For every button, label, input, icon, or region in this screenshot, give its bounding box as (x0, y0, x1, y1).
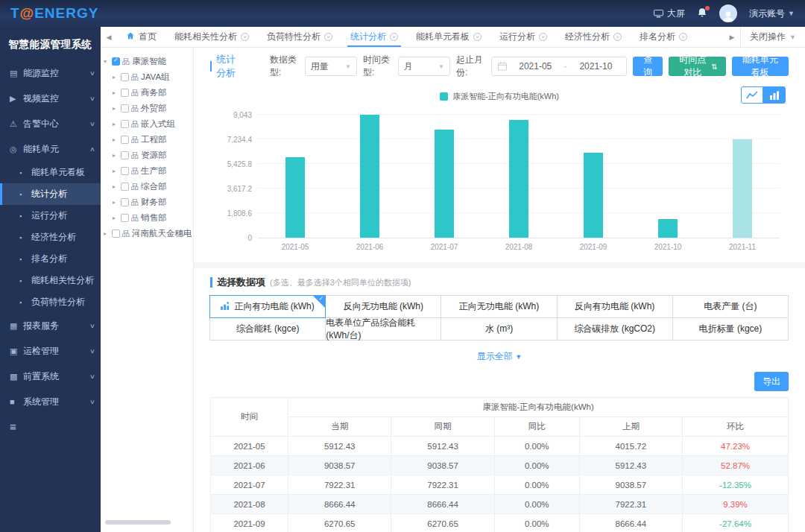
tree-collapse-icon[interactable]: ▸ (113, 136, 120, 143)
sidebar-subitem-经济性分析[interactable]: ▪经济性分析 (0, 227, 101, 248)
data-item-正向无功电能 (kWh)[interactable]: 正向无功电能 (kWh) (441, 295, 557, 318)
tab-排名分析[interactable]: 排名分析× (631, 27, 696, 47)
big-screen-button[interactable]: 大屏 (654, 7, 685, 20)
sidebar-item-告警中心[interactable]: ⚠告警中心∨ (0, 111, 101, 136)
tree-checkbox[interactable] (121, 89, 129, 97)
chart-bar-2021-11[interactable] (733, 139, 752, 238)
tab-负荷特性分析[interactable]: 负荷特性分析× (258, 27, 341, 47)
date-range-input[interactable]: 2021-05 - 2021-10 (491, 57, 627, 76)
tree-node-嵌入式组[interactable]: ▸品嵌入式组 (104, 116, 192, 132)
energy-unit-board-button[interactable]: 能耗单元看板 (732, 57, 789, 76)
tree-node-商务部[interactable]: ▸品商务部 (104, 85, 192, 101)
data-item-水 (m³)[interactable]: 水 (m³) (441, 317, 557, 341)
chart-bar-2021-09[interactable] (584, 153, 603, 238)
tabs-scroll-right-icon[interactable]: ▶ (724, 27, 740, 47)
tab-统计分析[interactable]: 统计分析× (341, 27, 407, 47)
tab-close-icon[interactable]: × (473, 33, 482, 41)
data-item-综合能耗 (kgce)[interactable]: 综合能耗 (kgce) (209, 317, 326, 341)
tree-checkbox[interactable] (121, 183, 129, 191)
sidebar-item-能源监控[interactable]: ▤能源监控∨ (0, 60, 101, 86)
tree-node-工程部[interactable]: ▸品工程部 (104, 132, 192, 148)
tabs-scroll-left-icon[interactable]: ◀ (101, 27, 117, 47)
time-compare-button[interactable]: 时间点对比⇅ (669, 57, 726, 76)
sidebar-subitem-排名分析[interactable]: ▪排名分析 (0, 248, 101, 270)
chart-bar-2021-10[interactable] (658, 219, 678, 238)
tree-node-财务部[interactable]: ▸品财务部 (104, 194, 192, 210)
tree-checkbox[interactable] (121, 73, 129, 81)
tree-collapse-icon[interactable]: ▸ (113, 168, 120, 174)
bar-chart-toggle[interactable] (763, 86, 786, 104)
tab-运行分析[interactable]: 运行分析× (490, 27, 556, 47)
tree-checkbox[interactable] (121, 198, 129, 206)
sidebar-subitem-运行分析[interactable]: ▪运行分析 (0, 205, 101, 227)
time-type-select[interactable]: 月 ▼ (398, 57, 450, 76)
tree-checkbox[interactable] (112, 57, 120, 66)
chart-legend[interactable]: 康派智能-正向有功电能(kWh) (440, 91, 559, 102)
sidebar-item-报表服务[interactable]: ▦报表服务∨ (0, 313, 101, 338)
avatar[interactable] (719, 4, 737, 22)
tab-首页[interactable]: 首页 (117, 27, 165, 47)
tree-checkbox[interactable] (121, 136, 129, 144)
data-type-select[interactable]: 用量 ▼ (305, 57, 357, 76)
tree-checkbox[interactable] (121, 120, 129, 128)
tree-collapse-icon[interactable]: ▸ (113, 152, 120, 159)
tree-node-生产部[interactable]: ▸品生产部 (104, 163, 192, 179)
tree-horizontal-scrollbar[interactable] (105, 520, 171, 525)
tab-能耗单元看板[interactable]: 能耗单元看板× (407, 27, 490, 47)
sidebar-collapse-toggle[interactable]: ≡ (10, 420, 25, 433)
range-end-value[interactable]: 2021-10 (572, 61, 620, 72)
data-item-反向有功电能 (kWh)[interactable]: 反向有功电能 (kWh) (557, 295, 673, 318)
tree-node-资源部[interactable]: ▸品资源部 (104, 148, 192, 163)
export-button[interactable]: 导出 (754, 372, 789, 391)
range-start-value[interactable]: 2021-05 (511, 61, 560, 72)
tab-close-icon[interactable]: × (390, 33, 398, 41)
sidebar-item-运检管理[interactable]: ▣运检管理∨ (0, 338, 101, 364)
tree-checkbox[interactable] (121, 104, 129, 113)
tree-node-外贸部[interactable]: ▸品外贸部 (104, 101, 192, 116)
tab-close-icon[interactable]: × (613, 33, 622, 41)
show-all-link[interactable]: 显示全部 ▼ (210, 350, 789, 363)
sidebar-item-能耗单元[interactable]: ◎能耗单元∧ (0, 136, 101, 162)
sidebar-subitem-负荷特性分析[interactable]: ▪负荷特性分析 (0, 291, 101, 313)
tree-collapse-icon[interactable]: ▸ (113, 183, 120, 190)
tree-node-康派智能[interactable]: ▾品康派智能 (104, 54, 192, 69)
tree-collapse-icon[interactable]: ▸ (113, 199, 120, 206)
chart-bar-2021-06[interactable] (360, 115, 379, 238)
sidebar-subitem-统计分析[interactable]: ▪统计分析 (0, 183, 101, 205)
chart-bar-2021-07[interactable] (435, 130, 454, 238)
tab-close-icon[interactable]: × (324, 33, 332, 41)
tree-collapse-icon[interactable]: ▸ (113, 215, 120, 221)
notification-bell-button[interactable] (697, 7, 707, 20)
tree-checkbox[interactable] (121, 167, 129, 175)
data-item-电折标量 (kgce)[interactable]: 电折标量 (kgce) (672, 317, 789, 341)
tree-collapse-icon[interactable]: ▸ (113, 121, 120, 127)
data-item-正向有功电能 (kWh)[interactable]: 正向有功电能 (kWh) (209, 295, 326, 318)
data-item-电表产量 (台)[interactable]: 电表产量 (台) (672, 295, 789, 318)
tab-能耗相关性分析[interactable]: 能耗相关性分析× (165, 27, 258, 47)
tree-collapse-icon[interactable]: ▸ (113, 74, 120, 80)
line-chart-toggle[interactable] (741, 86, 763, 104)
sidebar-subitem-能耗单元看板[interactable]: ▪能耗单元看板 (0, 162, 101, 183)
sidebar-item-系统管理[interactable]: ■系统管理∨ (0, 389, 101, 414)
data-item-反向无功电能 (kWh)[interactable]: 反向无功电能 (kWh) (325, 295, 441, 318)
tree-checkbox[interactable] (121, 214, 129, 222)
tree-node-销售部[interactable]: ▸品销售部 (104, 210, 192, 226)
tree-collapse-icon[interactable]: ▸ (104, 230, 111, 237)
sidebar-item-前置系统[interactable]: ▩前置系统∨ (0, 364, 101, 389)
sidebar-item-视频监控[interactable]: ▶视频监控∨ (0, 86, 101, 111)
tab-close-icon[interactable]: × (679, 33, 687, 41)
tree-node-JAVA组[interactable]: ▸品JAVA组 (104, 69, 192, 85)
account-menu[interactable]: 演示账号 ▼ (749, 7, 795, 20)
tab-经济性分析[interactable]: 经济性分析× (556, 27, 631, 47)
data-item-综合碳排放 (kgCO2)[interactable]: 综合碳排放 (kgCO2) (557, 317, 673, 341)
tree-checkbox[interactable] (112, 229, 120, 238)
tab-close-icon[interactable]: × (539, 33, 547, 41)
tree-checkbox[interactable] (121, 151, 129, 159)
tree-collapse-icon[interactable]: ▸ (113, 105, 120, 112)
tree-node-河南航天金穗电子有[interactable]: ▸品河南航天金穗电子有 (104, 226, 192, 241)
tree-expand-icon[interactable]: ▾ (104, 58, 111, 65)
tree-node-综合部[interactable]: ▸品综合部 (104, 179, 192, 194)
close-operations-menu[interactable]: 关闭操作 ▼ (740, 27, 805, 47)
tree-collapse-icon[interactable]: ▸ (113, 89, 120, 96)
query-button[interactable]: 查询 (633, 57, 663, 76)
